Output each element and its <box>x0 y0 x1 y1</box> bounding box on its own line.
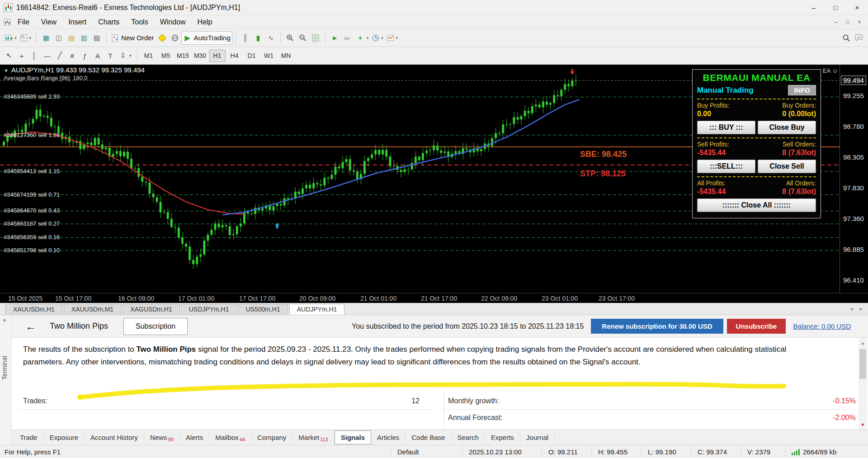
close-all-button[interactable]: ::::::: Close All ::::::: <box>697 198 816 212</box>
menu-help[interactable]: Help <box>192 16 218 28</box>
child-close-button[interactable]: × <box>854 17 865 27</box>
tab-signals[interactable]: Signals <box>335 430 371 444</box>
vertical-line-tool-button[interactable]: │ <box>28 49 41 62</box>
autotrading-button[interactable]: ▶ AutoTrading <box>181 31 232 45</box>
order-label[interactable]: #345863187 sell 0.27 <box>4 220 60 227</box>
timeframe-h1[interactable]: H1 <box>209 50 226 62</box>
order-label[interactable]: #345954413 sell 1.15 <box>4 168 60 175</box>
bar-chart-button[interactable]: ║ <box>239 31 252 45</box>
close-button[interactable]: × <box>846 0 868 15</box>
profiles-button[interactable]: ▾ <box>19 31 33 45</box>
line-chart-button[interactable]: ∿ <box>264 31 277 45</box>
order-label[interactable]: #346345689 sell 2.93 <box>4 93 60 100</box>
sell-button[interactable]: :::SELL::: <box>697 160 755 173</box>
text-tool-button[interactable]: A <box>91 49 104 62</box>
timeframe-m15[interactable]: M15 <box>175 50 191 62</box>
close-sell-button[interactable]: Close Sell <box>758 160 816 173</box>
ea-status-smiley[interactable]: EA ☺ <box>823 67 838 74</box>
timeframe-mn[interactable]: MN <box>278 50 294 62</box>
new-chart-button[interactable]: ▾ <box>3 31 19 45</box>
chart-tab-audjpym-h1[interactable]: AUDJPYm,H1 <box>289 304 345 315</box>
menu-window[interactable]: Window <box>154 16 192 28</box>
chart-tab-xauusdm-m1[interactable]: XAUUSDm,M1 <box>64 304 121 315</box>
market-watch-button[interactable]: ▦ <box>40 31 52 45</box>
timeframe-m1[interactable]: M1 <box>141 50 157 62</box>
tabs-scroll-right-icon[interactable]: ► <box>859 306 863 312</box>
navigator-button[interactable]: ▤ <box>65 31 78 45</box>
auto-scroll-button[interactable]: ► <box>329 31 341 45</box>
tab-alerts[interactable]: Alerts <box>180 431 209 444</box>
terminal-close-button[interactable]: × <box>3 317 6 324</box>
horizontal-line-tool-button[interactable]: — <box>41 49 53 62</box>
child-minimize-button[interactable]: – <box>830 17 842 27</box>
chart-area[interactable]: ▼AUDJPYm,H1 99.433 99.532 99.325 99.494 … <box>0 65 868 293</box>
chart-shift-button[interactable]: ▻ <box>341 31 354 45</box>
zoom-in-button[interactable] <box>284 31 297 45</box>
community-button[interactable] <box>169 31 181 45</box>
tab-news[interactable]: News99 <box>144 431 180 444</box>
tabs-scroll-left-icon[interactable]: ◄ <box>849 306 854 312</box>
close-buy-button[interactable]: Close Buy <box>758 121 816 134</box>
order-label[interactable]: #345851798 sell 0.10 <box>4 247 60 254</box>
symbol-dropdown-icon[interactable]: ▼ <box>4 68 9 73</box>
timeframe-d1[interactable]: D1 <box>244 50 260 62</box>
candlestick-button[interactable]: ▮ <box>252 31 264 45</box>
order-label[interactable]: #345864670 sell 0.43 <box>4 207 60 214</box>
tab-account-history[interactable]: Account History <box>85 431 144 444</box>
scrollbar-thumb[interactable] <box>859 349 866 379</box>
data-window-button[interactable]: ◫ <box>52 31 65 45</box>
timeframe-w1[interactable]: W1 <box>261 50 277 62</box>
timeframe-h4[interactable]: H4 <box>226 50 243 62</box>
unsubscribe-button[interactable]: Unsubscribe <box>727 319 786 334</box>
menu-file[interactable]: File <box>12 16 35 28</box>
menu-insert[interactable]: Insert <box>62 16 92 28</box>
tab-market[interactable]: Market113 <box>292 431 334 444</box>
buy-button[interactable]: ::: BUY ::: <box>697 121 755 134</box>
periods-button[interactable]: ▾ <box>370 31 385 45</box>
chart-tab-xauusdm-h1[interactable]: XAUUSDm,H1 <box>5 304 62 315</box>
renew-subscription-button[interactable]: Renew subscription for 30.00 USD <box>591 319 723 334</box>
scrollbar-down-icon[interactable]: ▼ <box>859 420 867 430</box>
minimize-button[interactable]: – <box>803 0 825 15</box>
maximize-button[interactable]: □ <box>825 0 846 15</box>
fibonacci-tool-button[interactable]: ƒ <box>79 49 91 62</box>
menu-tools[interactable]: Tools <box>125 16 154 28</box>
price-axis[interactable]: 99.494 99.255 98.780 98.305 97.830 97.36… <box>840 65 868 293</box>
timeframe-m5[interactable]: M5 <box>158 50 174 62</box>
menu-view[interactable]: View <box>35 16 62 28</box>
tab-code-base[interactable]: Code Base <box>406 431 451 444</box>
menu-charts[interactable]: Charts <box>92 16 125 28</box>
chart-tab-usdjpym-h1[interactable]: USDJPYm,H1 <box>181 304 237 315</box>
channel-tool-button[interactable]: # <box>66 49 79 62</box>
crosshair-tool-button[interactable]: + <box>15 49 28 62</box>
strategy-tester-button[interactable]: ▨ <box>90 31 103 45</box>
chart-tab-us500m-h1[interactable]: US500m,H1 <box>238 304 288 315</box>
tile-windows-button[interactable] <box>309 31 322 45</box>
tab-mailbox[interactable]: Mailbox44 <box>209 431 251 444</box>
timeframe-m30[interactable]: M30 <box>192 50 208 62</box>
order-label[interactable]: #345856359 sell 0.16 <box>4 234 60 241</box>
tab-experts[interactable]: Experts <box>485 431 520 444</box>
cursor-tool-button[interactable]: ↖ <box>3 49 15 62</box>
templates-button[interactable]: ▾ <box>385 31 400 45</box>
chart-tab-xagusdm-h1[interactable]: XAGUSDm,H1 <box>123 304 180 315</box>
tab-articles[interactable]: Articles <box>371 431 406 444</box>
tab-search[interactable]: Search <box>451 431 485 444</box>
arrows-tool-button[interactable]: ⇩▾ <box>117 49 133 62</box>
zoom-out-button[interactable] <box>297 31 309 45</box>
tab-trade[interactable]: Trade <box>14 431 44 444</box>
ideas-button[interactable] <box>853 31 865 45</box>
new-order-button[interactable]: New Order <box>110 31 156 45</box>
signal-scrollbar[interactable]: ▲ ▼ <box>859 338 867 430</box>
tab-exposure[interactable]: Exposure <box>44 431 85 444</box>
tab-company[interactable]: Company <box>251 431 292 444</box>
tab-subscription[interactable]: Subscription <box>123 318 188 335</box>
trendline-tool-button[interactable]: ╱ <box>53 49 66 62</box>
order-label[interactable]: #345874199 sell 0.71 <box>4 191 60 198</box>
balance-link[interactable]: Balance: 0.00 USD <box>793 322 851 330</box>
scrollbar-up-icon[interactable]: ▲ <box>859 338 867 348</box>
back-button[interactable]: ← <box>25 320 36 333</box>
label-tool-button[interactable]: T <box>104 49 117 62</box>
info-button[interactable]: INFO <box>788 85 816 95</box>
time-axis[interactable]: 15 Oct 2025 15 Oct 17:00 16 Oct 09:00 17… <box>0 293 868 303</box>
